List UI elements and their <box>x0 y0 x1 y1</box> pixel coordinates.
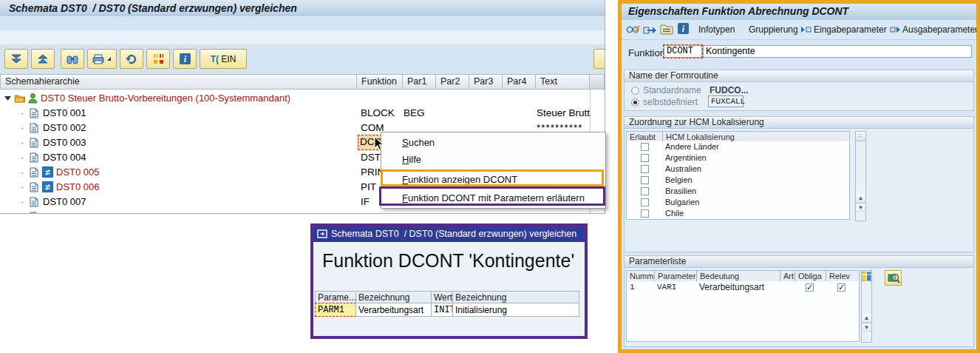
empty-cell[interactable] <box>626 329 655 342</box>
parameterliste-scrollbar[interactable]: ▲ ▼ <box>861 270 872 343</box>
scroll-down-button[interactable]: ▼ <box>862 323 871 332</box>
tree-item-dst0-002[interactable]: · DST0 002 <box>0 121 355 135</box>
goto-icon[interactable] <box>643 23 656 36</box>
empty-cell[interactable] <box>794 329 826 342</box>
erlaubt-checkbox[interactable] <box>641 165 649 173</box>
dialog-cell-initialisierung[interactable]: Initialisierung <box>452 303 579 317</box>
empty-cell[interactable] <box>654 329 697 342</box>
dialog-cell-parm1[interactable]: PARM1 <box>315 303 356 317</box>
scrollbar-grip[interactable]: ∷ <box>856 132 865 141</box>
erlaubt-checkbox[interactable] <box>641 143 649 151</box>
column-header-par1[interactable]: Par1 <box>403 74 436 90</box>
cell-bedeutung[interactable]: Verarbeitungsart <box>696 281 780 295</box>
tree-item-dst0-007[interactable]: · DST0 007 <box>0 195 355 209</box>
tree-item-dst0-003[interactable]: · DST0 003 <box>0 135 355 150</box>
erlaubt-checkbox[interactable] <box>641 198 649 206</box>
menu-item-suchen[interactable]: Suchen <box>382 135 604 151</box>
cell-land[interactable]: Bulgarien <box>662 197 850 209</box>
empty-cell[interactable] <box>696 317 780 330</box>
empty-cell[interactable] <box>780 329 795 342</box>
empty-cell[interactable] <box>654 306 697 318</box>
tree-item-dst0-004[interactable]: · DST0 004 <box>0 150 355 165</box>
empty-cell[interactable] <box>654 317 697 330</box>
empty-cell[interactable] <box>626 306 655 318</box>
scroll-down-button[interactable]: ▼ <box>856 204 865 212</box>
info-button[interactable]: i <box>173 49 197 69</box>
erlaubt-checkbox[interactable] <box>641 176 649 184</box>
cell-nummer[interactable]: 1 <box>626 281 655 295</box>
empty-cell[interactable] <box>696 329 780 342</box>
column-header-funktion[interactable]: Funktion <box>357 74 403 90</box>
empty-cell[interactable] <box>696 294 780 306</box>
scrollbar-top-cell[interactable] <box>590 74 605 90</box>
tree-item-dst0-001[interactable]: · DST0 001 <box>0 106 355 121</box>
scroll-up-button[interactable]: ▲ <box>862 314 871 323</box>
gruppierung-button[interactable]: Gruppierung <box>749 24 798 35</box>
empty-cell[interactable] <box>696 306 780 318</box>
tree-item-label[interactable]: DST0 004 <box>43 150 86 165</box>
selbstdefiniert-radio[interactable] <box>631 98 639 107</box>
empty-cell[interactable] <box>780 306 795 318</box>
empty-cell[interactable] <box>794 294 826 306</box>
empty-cell[interactable] <box>826 317 860 330</box>
menu-item-hilfe[interactable]: Hilfe <box>382 152 604 168</box>
empty-cell[interactable] <box>780 294 795 306</box>
cell-parameter[interactable]: VARI <box>654 281 697 295</box>
empty-cell[interactable] <box>626 317 655 330</box>
cell-land[interactable]: Andere Länder <box>662 141 850 153</box>
tree-item-dst0-008[interactable]: · DST0 008 <box>0 209 355 214</box>
column-header-par3[interactable]: Par3 <box>469 74 503 90</box>
grid-row-block[interactable]: BLOCK BEG Steuer Brutt <box>359 106 590 121</box>
cell-land[interactable]: Belgien <box>662 175 850 186</box>
empty-cell[interactable] <box>826 294 860 306</box>
erlaubt-checkbox[interactable] <box>641 209 649 218</box>
standardname-radio[interactable] <box>631 87 639 95</box>
dialog-cell-init[interactable]: INIT <box>431 303 453 317</box>
empty-cell[interactable] <box>780 317 795 330</box>
search-button[interactable] <box>61 49 84 69</box>
scroll-up-button[interactable]: ▲ <box>856 194 865 204</box>
empty-cell[interactable] <box>794 317 826 330</box>
cell-land[interactable]: Australien <box>662 164 850 175</box>
tree-item-label[interactable]: DST0 003 <box>43 135 86 150</box>
cell-land[interactable]: Brasilien <box>662 186 850 198</box>
tree-item-label[interactable]: DST0 001 <box>43 106 86 121</box>
print-button[interactable] <box>87 49 117 69</box>
cell-land[interactable]: Argentinien <box>662 152 850 164</box>
column-header-text[interactable]: Text <box>536 74 590 90</box>
compare-schemas-button[interactable] <box>146 49 170 69</box>
tree-root-row[interactable]: DST0 Steuer Brutto-Vorbereitungen (100-S… <box>0 91 355 106</box>
tree-item-label[interactable]: DST0 007 <box>43 195 86 209</box>
hierarchy-list-icon[interactable] <box>660 23 673 36</box>
relev-checkbox[interactable] <box>837 283 845 292</box>
tree-item-label[interactable]: DST0 005 <box>56 165 100 180</box>
tree-item-label[interactable]: DST0 008 <box>43 209 86 214</box>
column-header-par4[interactable]: Par4 <box>503 74 536 90</box>
tree-item-dst0-006[interactable]: · ≠ DST0 006 <box>0 180 355 195</box>
refresh-button[interactable] <box>120 49 143 69</box>
empty-cell[interactable] <box>654 294 697 306</box>
info-icon[interactable]: i <box>678 23 689 34</box>
eingabeparameter-button[interactable]: Eingabeparameter <box>814 24 887 35</box>
empty-cell[interactable] <box>626 294 655 306</box>
empty-cell[interactable] <box>826 306 860 318</box>
tree-item-label[interactable]: DST0 002 <box>43 121 86 135</box>
clipped-toolbar-button[interactable] <box>593 49 605 69</box>
funktion-code-field[interactable]: DCONT <box>664 45 702 58</box>
lokalisierung-scrollbar[interactable]: ∷ ▲ ▼ <box>855 131 866 221</box>
empty-cell[interactable] <box>794 306 826 318</box>
collapse-all-button[interactable] <box>4 49 28 69</box>
ausgabeparameter-button[interactable]: Ausgabeparameter <box>902 24 978 35</box>
cell-art[interactable] <box>780 281 795 295</box>
grid-row-prt[interactable]: PRT <box>359 209 590 214</box>
detail-search-button[interactable] <box>885 270 902 286</box>
dialog-title-bar[interactable]: Schemata DST0 / DST0 (Standard erzwungen… <box>313 226 585 242</box>
technical-names-toggle-button[interactable]: T( EIN <box>200 49 247 69</box>
empty-cell[interactable] <box>826 329 860 342</box>
funktion-text-field[interactable]: Kontingente <box>703 45 972 58</box>
infotypen-button[interactable]: Infotypen <box>698 24 735 35</box>
display-change-icon[interactable] <box>626 23 640 36</box>
erlaubt-checkbox[interactable] <box>641 187 649 195</box>
expand-all-button[interactable] <box>31 49 55 69</box>
cell-land[interactable]: Chile <box>662 208 850 220</box>
